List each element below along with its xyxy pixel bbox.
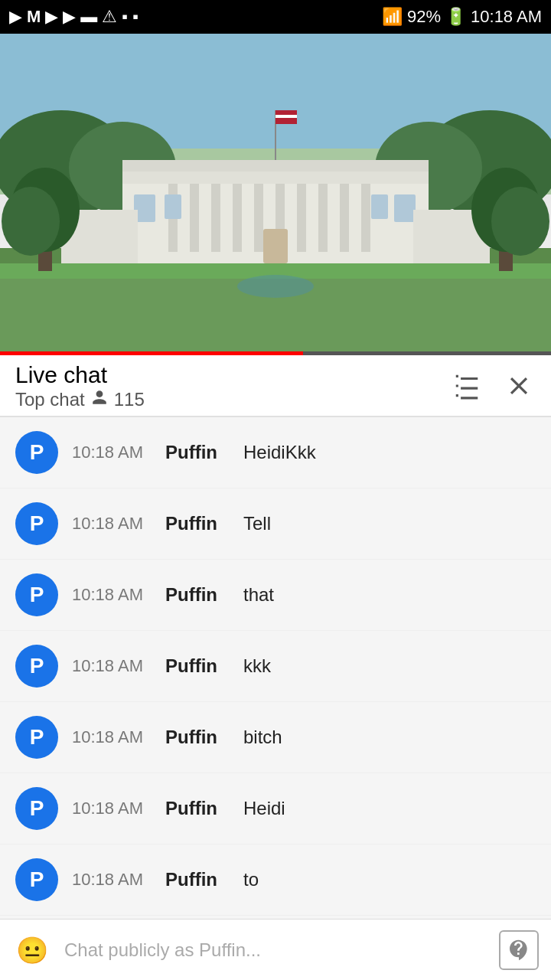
m-icon: M [27,7,41,27]
message-username: Puffin [165,798,234,819]
message-text: Heidi [243,798,285,819]
youtube-icon: ▶ [45,7,58,27]
filter-button[interactable] [450,369,484,403]
user-avatar: P [15,431,58,474]
status-bar: ▶ M ▶ ▶ ▬ ⚠ ▪ ▪ 📶 92% 🔋 10:18 AM [0,0,551,34]
svg-rect-24 [371,194,388,219]
status-icons-right: 📶 92% 🔋 10:18 AM [382,7,542,27]
user-avatar: P [15,716,58,759]
video-frame [0,34,551,355]
chat-input-bar: 😐 Chat publicly as Puffin... [0,919,551,980]
video-progress-fill [0,351,303,355]
message-username: Puffin [165,655,234,677]
message-time: 10:18 AM [72,727,156,747]
message-time: 10:18 AM [72,870,156,890]
livechat-header: Live chat Top chat 115 [0,355,551,416]
message-time: 10:18 AM [72,443,156,462]
chat-message-item: P 10:18 AM Puffin Tell [0,488,551,560]
svg-rect-18 [361,183,370,252]
time-display: 10:18 AM [471,7,542,27]
person-icon [91,389,108,410]
chat-content: 10:18 AM Puffin that [72,584,536,606]
chat-message-item: P 10:18 AM Puffin bitch [0,702,551,773]
svg-rect-25 [394,194,416,222]
alert-icon: ⚠ [102,7,117,27]
message-username: Puffin [165,584,234,606]
livechat-title: Live chat [15,361,145,389]
grid-icon: ▪ [132,7,139,27]
message-text: that [243,584,274,606]
message-text: bitch [243,727,282,748]
chat-content: 10:18 AM Puffin Tell [72,513,536,534]
message-text: Tell [243,513,271,534]
svg-rect-16 [318,183,328,252]
emoji-icon: 😐 [16,935,48,965]
video-thumbnail[interactable] [0,34,551,355]
image-icon: ▪ [122,7,128,27]
svg-rect-13 [254,183,263,252]
svg-point-36 [2,187,60,256]
battery-text: 92% [407,7,441,27]
svg-rect-21 [122,160,429,172]
message-text: HeidiKkk [243,442,316,463]
top-chat-label: Top chat [15,389,85,410]
user-avatar: P [15,645,58,688]
chat-content: 10:18 AM Puffin to [72,869,536,890]
message-time: 10:18 AM [72,585,156,605]
user-avatar: P [15,787,58,830]
svg-rect-20 [122,170,429,184]
user-avatar: P [15,573,58,616]
svg-point-40 [237,275,314,298]
message-username: Puffin [165,442,234,463]
chat-content: 10:18 AM Puffin kkk [72,655,536,677]
message-text: to [243,869,259,890]
emoji-button[interactable]: 😐 [12,930,52,970]
svg-rect-32 [276,119,297,122]
whitehouse-image [0,34,551,355]
battery-icon: 🔋 [445,7,466,27]
chat-list: P 10:18 AM Puffin HeidiKkk P 10:18 AM Pu… [0,417,551,980]
message-text: kkk [243,655,271,677]
chat-content: 10:18 AM Puffin bitch [72,727,536,748]
chat-content: 10:18 AM Puffin Heidi [72,798,536,819]
livechat-title-area: Live chat Top chat 115 [15,361,145,410]
svg-rect-23 [165,194,181,219]
message-username: Puffin [165,869,234,890]
chat-message-item: P 10:18 AM Puffin kkk [0,631,551,702]
svg-rect-10 [190,183,199,252]
svg-rect-26 [263,229,288,263]
chat-message-item: P 10:18 AM Puffin Heidi [0,773,551,844]
user-avatar: P [15,502,58,545]
svg-rect-31 [276,115,297,118]
message-username: Puffin [165,513,234,534]
svg-rect-12 [233,183,242,252]
chat-message-item: P 10:18 AM Puffin to [0,844,551,916]
message-username: Puffin [165,727,234,748]
chat-message-item: P 10:18 AM Puffin that [0,560,551,631]
wifi-icon: 📶 [382,7,403,27]
superchat-button[interactable] [499,930,539,970]
close-button[interactable] [502,369,536,403]
user-avatar: P [15,858,58,901]
media-icon: ▶ [63,7,76,27]
message-time: 10:18 AM [72,799,156,818]
svg-point-39 [491,187,549,256]
play-icon: ▶ [9,7,22,27]
livechat-actions [450,369,536,403]
status-icons-left: ▶ M ▶ ▶ ▬ ⚠ ▪ ▪ [9,7,139,27]
svg-rect-17 [340,183,349,252]
chat-message-item: P 10:18 AM Puffin HeidiKkk [0,417,551,488]
svg-rect-11 [211,183,220,252]
chat-input[interactable]: Chat publicly as Puffin... [64,939,487,961]
svg-rect-15 [297,183,306,252]
video-progress-bar[interactable] [0,351,551,355]
message-time: 10:18 AM [72,514,156,534]
viewer-count: 115 [114,389,145,410]
livechat-subtitle: Top chat 115 [15,389,145,410]
folder-icon: ▬ [80,7,97,27]
message-time: 10:18 AM [72,656,156,676]
chat-content: 10:18 AM Puffin HeidiKkk [72,442,536,463]
